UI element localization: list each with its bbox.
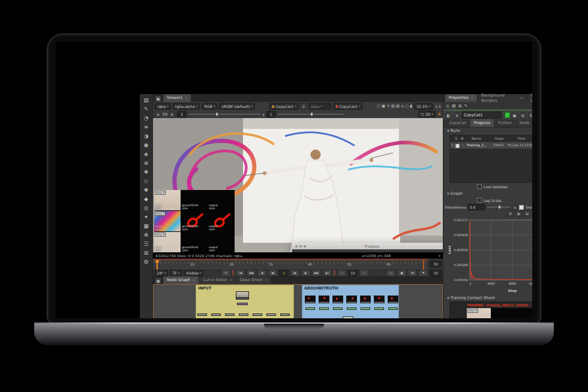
3d-nodes-icon[interactable]: ◇ (141, 176, 152, 185)
time-nodes-icon[interactable]: ◔ (141, 113, 152, 122)
channel-nodes-icon[interactable]: ≡ (141, 122, 152, 131)
fullscreen-icon[interactable]: ▣ (382, 104, 385, 108)
shuffle-node[interactable] (305, 307, 315, 310)
shuffle-node[interactable] (361, 307, 370, 310)
visible-dropdown[interactable]: Visible▾ (184, 270, 203, 276)
tab-viewer1[interactable]: Viewer1 ✕ (163, 94, 191, 102)
node-color-chip[interactable]: ◧ (445, 112, 452, 119)
read-node[interactable] (305, 295, 316, 301)
crop-node[interactable] (197, 313, 207, 316)
zoom-dropdown[interactable]: 33.3%▾ (414, 103, 433, 110)
current-frame-field[interactable]: 1 (279, 270, 289, 276)
loss-plot[interactable]: 0.921117 0.690838 0.460559 0.230280 0.00… (446, 216, 532, 294)
read-node[interactable] (319, 295, 329, 301)
reorder-icon[interactable]: ⇅ (455, 137, 458, 140)
roi-icon[interactable]: ○ (406, 104, 409, 108)
step-back-button[interactable]: ◀ (257, 270, 266, 276)
tab-python[interactable]: Python (494, 119, 515, 127)
grid-icon[interactable]: ⊞ (461, 137, 464, 140)
gain-next-icon[interactable]: ▸ (169, 111, 175, 117)
live-updates-checkbox[interactable] (477, 184, 482, 189)
transform-nodes-icon[interactable]: ✚ (141, 167, 152, 176)
shuffle-node[interactable] (374, 307, 384, 310)
particles-nodes-icon[interactable]: ✱ (141, 185, 152, 194)
input-a-dropdown[interactable]: ACopyCat1▾ (269, 103, 299, 110)
edit-icon[interactable]: ✎ (464, 104, 468, 108)
last-frame-field[interactable]: 70 (430, 261, 442, 267)
tab-background-renders[interactable]: Background Renders✕ (478, 94, 526, 102)
merge-nodes-icon[interactable]: ⊕ (141, 158, 152, 167)
tf-dropdown[interactable]: TF▾ (170, 270, 182, 276)
crop-node[interactable] (239, 313, 248, 316)
gain-value[interactable]: 1 (177, 111, 187, 117)
color-nodes-icon[interactable]: ◑ (141, 131, 152, 140)
gamma-slider[interactable] (278, 114, 344, 114)
input-b-dropdown[interactable]: BCopyCat1▾ (333, 103, 362, 110)
read-node[interactable] (360, 295, 371, 301)
channels-dropdown[interactable]: RGB▾ (202, 103, 217, 110)
script-editor-icon[interactable]: ⊞ (141, 248, 152, 257)
gain-sun-icon[interactable]: ✳ (437, 112, 441, 117)
checkerboard-icon[interactable]: ✳ (386, 104, 389, 108)
contact-sheet-section-header[interactable]: ▼Training Contact Sheet (447, 295, 495, 300)
goto-out-button[interactable]: ⊢ (359, 270, 368, 276)
prev-keyframe-button[interactable]: ◀◀ (247, 270, 256, 276)
training-contact-sheet[interactable]: TRAINING : Training_260115_104026 - STEP… (449, 301, 532, 318)
tab-progress[interactable]: Progress (470, 119, 494, 127)
frame-increment-field[interactable]: 15 (348, 270, 358, 276)
goto-in-button[interactable]: ⊣ (337, 270, 346, 276)
crop-node[interactable] (225, 313, 235, 316)
pin-icon[interactable]: ◎ (446, 104, 449, 108)
run-expand-icon[interactable]: • (462, 143, 464, 147)
view-mode-dropdown[interactable]: ▢2D▾ (418, 111, 436, 117)
smoothness-anim-icon[interactable]: ▫ (512, 204, 517, 210)
metadata-nodes-icon[interactable]: ✦ (141, 212, 152, 221)
crop-node[interactable] (211, 313, 221, 316)
timeclip-node[interactable] (237, 303, 248, 305)
tab-node[interactable]: Node (516, 119, 532, 127)
draw-nodes-icon[interactable]: ✎ (141, 104, 152, 113)
tab-node-graph[interactable]: Node Graph✕ (163, 276, 199, 284)
info-menu-icon[interactable]: ▾ (439, 254, 440, 258)
progress-titlebar[interactable]: Progress (292, 243, 443, 249)
clipping-warning-icon[interactable]: ◎ (401, 104, 404, 108)
viewer-canvas[interactable]: step 0 input rgba groundTruth rgba (153, 118, 443, 252)
colorspace-dropdown[interactable]: sRGBf (default)▾ (219, 103, 255, 110)
lock-range-icon[interactable]: ⊠ (408, 270, 417, 276)
mask-overlay-icon[interactable]: ▤ (396, 104, 400, 108)
zoom-out-icon[interactable]: ⊖ (524, 210, 530, 216)
crop-node[interactable] (280, 313, 290, 316)
node-name-field[interactable]: CopyCat1 (461, 111, 502, 119)
range-end-field[interactable]: 70 (430, 270, 442, 276)
node-graph-canvas[interactable]: INPUT GROUNDTRUTH (153, 284, 443, 318)
wipe-overlay-icon[interactable]: ▥ (391, 104, 395, 108)
read-node[interactable] (332, 295, 343, 301)
reset-zoom-icon[interactable]: ↺ (507, 210, 514, 216)
zoom-in-icon[interactable]: ⊕ (515, 210, 522, 216)
views-nodes-icon[interactable]: ◎ (141, 203, 152, 212)
smoothness-field[interactable]: 0.6 (468, 204, 486, 210)
play-forward-button[interactable]: I▶ (290, 270, 299, 276)
next-keyframe-button[interactable]: ▶▶ (312, 270, 321, 276)
copy-settings-icon[interactable]: ▣ (511, 112, 518, 119)
play-backward-button[interactable]: ◀I (268, 270, 277, 276)
channels-menu-icon[interactable]: ▾ (454, 112, 460, 119)
all-plugins-icon[interactable]: ☰ (141, 239, 152, 248)
add-input-icon[interactable]: + (301, 103, 307, 109)
flag-icon[interactable]: ⚑ (419, 270, 428, 276)
export-icon[interactable]: ⊟ (520, 112, 526, 119)
show-original-checkbox[interactable] (519, 205, 524, 210)
tab-dope-sheet[interactable]: Dope Sheet✕ (236, 276, 271, 284)
keyer-nodes-icon[interactable]: ◈ (141, 149, 152, 158)
read-node[interactable] (388, 295, 398, 301)
gain-slider[interactable] (188, 114, 260, 114)
tab-curve-editor[interactable]: Curve Editor✕ (199, 276, 236, 284)
wipe-dropdown[interactable]: wipe▾ (308, 103, 331, 110)
live-render-indicator[interactable] (505, 112, 510, 118)
layer-dropdown[interactable]: rgba▾ (155, 103, 171, 110)
shuffle-node[interactable] (347, 307, 356, 310)
runs-table[interactable]: ⇅ ⊞ Name Steps Time Colour 1 • Training_… (449, 135, 532, 183)
window-buttons[interactable] (295, 245, 306, 248)
deep-nodes-icon[interactable]: ◆ (141, 194, 152, 203)
range-b-icon[interactable]: ▣ (397, 270, 406, 276)
